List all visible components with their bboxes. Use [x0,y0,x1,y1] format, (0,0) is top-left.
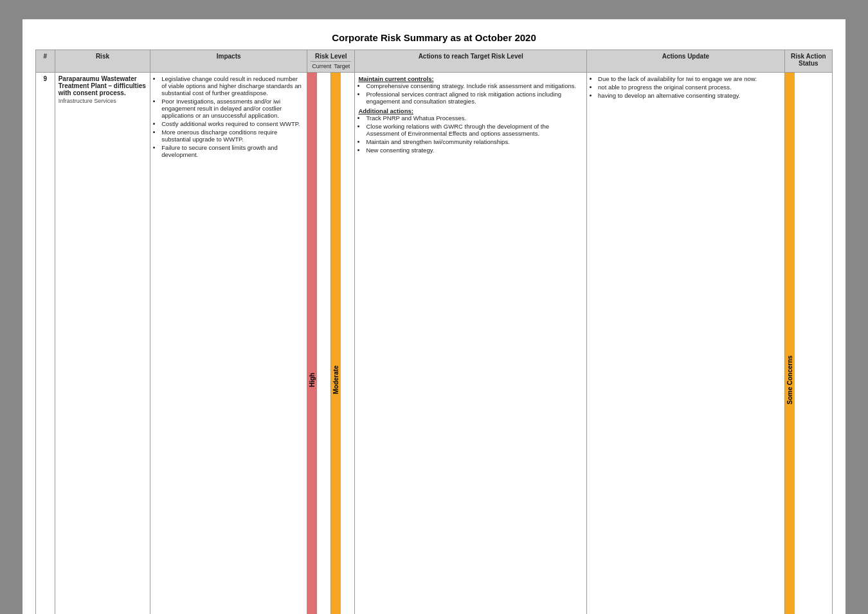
impact-item: Failure to secure consent limits growth … [161,144,303,158]
additional-action-item: Close working relations with GWRC throug… [366,123,583,137]
maintain-action-item: Comprehensive consenting strategy. Inclu… [366,82,583,89]
risk-sub: Infrastructure Services [59,98,147,104]
maintain-action-item: Professional services contract aligned t… [366,91,583,105]
impact-item: Costly additional works required to cons… [161,120,303,127]
table-row: 9Paraparaumu Wastewater Treatment Plant … [36,73,833,615]
page-title: Corporate Risk Summary as at October 202… [35,32,833,43]
additional-title: Additional actions: [358,107,583,114]
th-status: Risk Action Status [784,50,832,73]
additional-action-item: Track PNRP and Whatua Processes. [366,114,583,122]
th-actions: Actions to reach Target Risk Level [355,50,587,73]
current-level-cell: High [307,73,331,615]
impact-item: Poor Investigations, assessments and/or … [161,98,303,119]
update-item: not able to progress the original consen… [598,84,781,91]
current-level-label: High [307,73,317,614]
target-level-cell: Moderate [331,73,355,615]
impact-item: More onerous discharge conditions requir… [161,129,303,143]
th-risk: Risk [55,50,150,73]
maintain-title: Maintain current controls: [358,75,583,82]
page-wrapper: Corporate Risk Summary as at October 202… [23,19,845,614]
impact-item: Legislative change could result in reduc… [161,75,303,96]
th-risk-level: Risk Level Current Target [307,50,355,73]
update-cell: Due to the lack of availability for Iwi … [587,73,785,615]
status-label: Some Concerns [785,73,795,614]
update-item: Due to the lack of availability for Iwi … [598,75,781,82]
th-num: # [36,50,55,73]
status-cell: Some Concerns [784,73,832,615]
th-update: Actions Update [587,50,785,73]
th-impacts: Impacts [150,50,307,73]
risk-name: Paraparaumu Wastewater Treatment Plant –… [59,75,147,96]
target-level-label: Moderate [331,73,341,614]
additional-action-item: Maintain and strengthen Iwi/community re… [366,138,583,145]
risk-name-cell: Paraparaumu Wastewater Treatment Plant –… [55,73,150,615]
update-item: having to develop an alternative consent… [598,92,781,99]
additional-action-item: New consenting strategy. [366,147,583,154]
actions-cell: Maintain current controls:Comprehensive … [355,73,587,615]
impacts-cell: Legislative change could result in reduc… [150,73,307,615]
risk-table: # Risk Impacts Risk Level Current Target… [35,50,833,614]
row-number: 9 [36,73,55,615]
